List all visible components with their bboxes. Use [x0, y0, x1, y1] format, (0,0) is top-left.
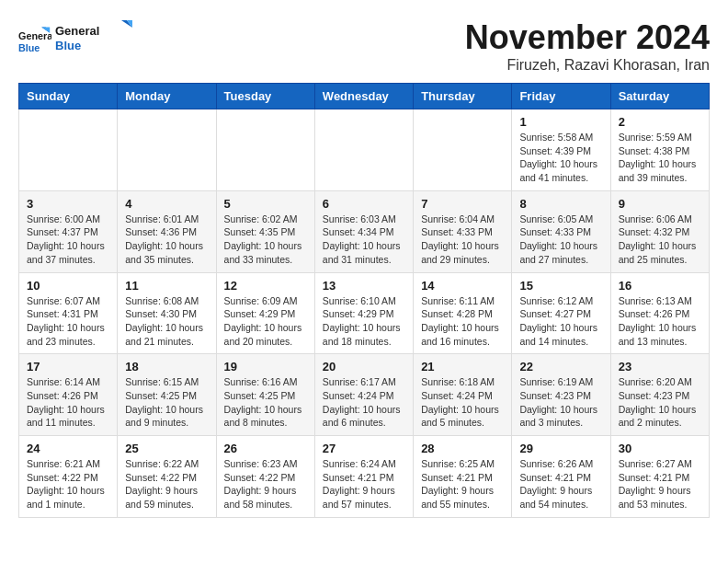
calendar-cell: 4Sunrise: 6:01 AM Sunset: 4:36 PM Daylig…	[118, 190, 216, 272]
calendar-cell: 11Sunrise: 6:08 AM Sunset: 4:30 PM Dayli…	[118, 272, 216, 354]
day-number: 13	[323, 279, 405, 293]
day-info: Sunrise: 6:04 AM Sunset: 4:33 PM Dayligh…	[421, 213, 504, 267]
day-number: 5	[224, 197, 307, 211]
day-info: Sunrise: 6:10 AM Sunset: 4:29 PM Dayligh…	[323, 294, 405, 349]
day-number: 29	[519, 442, 602, 455]
calendar-cell: 14Sunrise: 6:11 AM Sunset: 4:28 PM Dayli…	[414, 272, 512, 354]
calendar-cell: 12Sunrise: 6:09 AM Sunset: 4:29 PM Dayli…	[216, 272, 314, 354]
day-info: Sunrise: 6:23 AM Sunset: 4:22 PM Dayligh…	[224, 457, 307, 511]
month-title: November 2024	[465, 18, 710, 57]
day-number: 1	[519, 115, 602, 129]
calendar-cell: 17Sunrise: 6:14 AM Sunset: 4:26 PM Dayli…	[19, 354, 118, 436]
day-info: Sunrise: 6:01 AM Sunset: 4:36 PM Dayligh…	[125, 213, 208, 267]
day-info: Sunrise: 6:25 AM Sunset: 4:21 PM Dayligh…	[421, 457, 504, 511]
day-number: 2	[619, 115, 701, 129]
day-info: Sunrise: 6:03 AM Sunset: 4:34 PM Dayligh…	[323, 213, 405, 267]
logo: General Blue General Blue	[18, 18, 138, 61]
day-number: 15	[519, 279, 602, 293]
day-info: Sunrise: 6:08 AM Sunset: 4:30 PM Dayligh…	[125, 294, 208, 349]
day-number: 26	[224, 442, 307, 455]
calendar-cell: 10Sunrise: 6:07 AM Sunset: 4:31 PM Dayli…	[19, 272, 118, 354]
day-info: Sunrise: 6:11 AM Sunset: 4:28 PM Dayligh…	[421, 294, 504, 349]
calendar-header-row: SundayMondayTuesdayWednesdayThursdayFrid…	[19, 84, 710, 109]
day-number: 3	[27, 197, 109, 211]
day-info: Sunrise: 6:18 AM Sunset: 4:24 PM Dayligh…	[421, 375, 504, 430]
calendar: SundayMondayTuesdayWednesdayThursdayFrid…	[18, 83, 710, 518]
day-info: Sunrise: 6:26 AM Sunset: 4:21 PM Dayligh…	[519, 457, 602, 511]
day-info: Sunrise: 6:21 AM Sunset: 4:22 PM Dayligh…	[27, 457, 109, 511]
calendar-cell: 13Sunrise: 6:10 AM Sunset: 4:29 PM Dayli…	[314, 272, 413, 354]
svg-text:General: General	[55, 24, 99, 38]
day-number: 16	[619, 279, 701, 293]
title-area: November 2024 Firuzeh, Razavi Khorasan, …	[465, 18, 710, 74]
svg-text:General: General	[18, 30, 51, 41]
day-info: Sunrise: 6:09 AM Sunset: 4:29 PM Dayligh…	[224, 294, 307, 349]
calendar-cell: 25Sunrise: 6:22 AM Sunset: 4:22 PM Dayli…	[118, 436, 216, 518]
calendar-cell: 1Sunrise: 5:58 AM Sunset: 4:39 PM Daylig…	[512, 109, 610, 191]
day-number: 17	[27, 360, 109, 373]
day-info: Sunrise: 5:58 AM Sunset: 4:39 PM Dayligh…	[519, 131, 602, 185]
calendar-cell	[118, 109, 216, 191]
calendar-cell: 26Sunrise: 6:23 AM Sunset: 4:22 PM Dayli…	[216, 436, 314, 518]
logo-icon: General Blue	[18, 23, 51, 56]
day-number: 30	[619, 442, 701, 455]
day-number: 19	[224, 360, 307, 373]
day-info: Sunrise: 6:17 AM Sunset: 4:24 PM Dayligh…	[323, 375, 405, 430]
header-day-wednesday: Wednesday	[314, 84, 413, 109]
calendar-cell: 8Sunrise: 6:05 AM Sunset: 4:33 PM Daylig…	[512, 190, 610, 272]
day-info: Sunrise: 6:05 AM Sunset: 4:33 PM Dayligh…	[519, 213, 602, 267]
day-info: Sunrise: 6:14 AM Sunset: 4:26 PM Dayligh…	[27, 375, 109, 430]
calendar-cell: 2Sunrise: 5:59 AM Sunset: 4:38 PM Daylig…	[610, 109, 709, 191]
day-number: 28	[421, 442, 504, 455]
calendar-cell: 9Sunrise: 6:06 AM Sunset: 4:32 PM Daylig…	[610, 190, 709, 272]
calendar-cell	[314, 109, 413, 191]
svg-text:Blue: Blue	[18, 42, 40, 53]
calendar-cell: 21Sunrise: 6:18 AM Sunset: 4:24 PM Dayli…	[414, 354, 512, 436]
day-info: Sunrise: 6:15 AM Sunset: 4:25 PM Dayligh…	[125, 375, 208, 430]
day-info: Sunrise: 6:07 AM Sunset: 4:31 PM Dayligh…	[27, 294, 109, 349]
svg-text:Blue: Blue	[55, 39, 81, 52]
calendar-cell	[216, 109, 314, 191]
day-info: Sunrise: 6:20 AM Sunset: 4:23 PM Dayligh…	[619, 375, 701, 430]
day-number: 25	[125, 442, 208, 455]
calendar-cell: 18Sunrise: 6:15 AM Sunset: 4:25 PM Dayli…	[118, 354, 216, 436]
day-info: Sunrise: 6:13 AM Sunset: 4:26 PM Dayligh…	[619, 294, 701, 349]
calendar-week-row: 3Sunrise: 6:00 AM Sunset: 4:37 PM Daylig…	[19, 190, 710, 272]
day-info: Sunrise: 6:24 AM Sunset: 4:21 PM Dayligh…	[323, 457, 405, 511]
day-number: 27	[323, 442, 405, 455]
day-number: 8	[519, 197, 602, 211]
header-day-saturday: Saturday	[610, 84, 709, 109]
calendar-cell: 28Sunrise: 6:25 AM Sunset: 4:21 PM Dayli…	[414, 436, 512, 518]
calendar-cell: 3Sunrise: 6:00 AM Sunset: 4:37 PM Daylig…	[19, 190, 118, 272]
day-number: 4	[125, 197, 208, 211]
calendar-cell: 6Sunrise: 6:03 AM Sunset: 4:34 PM Daylig…	[314, 190, 413, 272]
calendar-cell: 19Sunrise: 6:16 AM Sunset: 4:25 PM Dayli…	[216, 354, 314, 436]
calendar-cell: 5Sunrise: 6:02 AM Sunset: 4:35 PM Daylig…	[216, 190, 314, 272]
calendar-cell	[19, 109, 118, 191]
calendar-week-row: 1Sunrise: 5:58 AM Sunset: 4:39 PM Daylig…	[19, 109, 710, 191]
header-day-thursday: Thursday	[414, 84, 512, 109]
header-day-sunday: Sunday	[19, 84, 118, 109]
day-info: Sunrise: 6:12 AM Sunset: 4:27 PM Dayligh…	[519, 294, 602, 349]
calendar-cell: 29Sunrise: 6:26 AM Sunset: 4:21 PM Dayli…	[512, 436, 610, 518]
day-number: 24	[27, 442, 109, 455]
day-number: 7	[421, 197, 504, 211]
day-info: Sunrise: 6:02 AM Sunset: 4:35 PM Dayligh…	[224, 213, 307, 267]
calendar-cell: 7Sunrise: 6:04 AM Sunset: 4:33 PM Daylig…	[414, 190, 512, 272]
header-day-monday: Monday	[118, 84, 216, 109]
day-info: Sunrise: 6:27 AM Sunset: 4:21 PM Dayligh…	[619, 457, 701, 511]
day-number: 10	[27, 279, 109, 293]
calendar-cell: 30Sunrise: 6:27 AM Sunset: 4:21 PM Dayli…	[610, 436, 709, 518]
day-number: 20	[323, 360, 405, 373]
calendar-cell: 27Sunrise: 6:24 AM Sunset: 4:21 PM Dayli…	[314, 436, 413, 518]
calendar-cell: 20Sunrise: 6:17 AM Sunset: 4:24 PM Dayli…	[314, 354, 413, 436]
calendar-week-row: 24Sunrise: 6:21 AM Sunset: 4:22 PM Dayli…	[19, 436, 710, 518]
day-info: Sunrise: 6:06 AM Sunset: 4:32 PM Dayligh…	[619, 213, 701, 267]
day-number: 18	[125, 360, 208, 373]
header-day-tuesday: Tuesday	[216, 84, 314, 109]
day-info: Sunrise: 6:19 AM Sunset: 4:23 PM Dayligh…	[519, 375, 602, 430]
calendar-cell: 22Sunrise: 6:19 AM Sunset: 4:23 PM Dayli…	[512, 354, 610, 436]
calendar-cell	[414, 109, 512, 191]
calendar-cell: 16Sunrise: 6:13 AM Sunset: 4:26 PM Dayli…	[610, 272, 709, 354]
day-number: 11	[125, 279, 208, 293]
